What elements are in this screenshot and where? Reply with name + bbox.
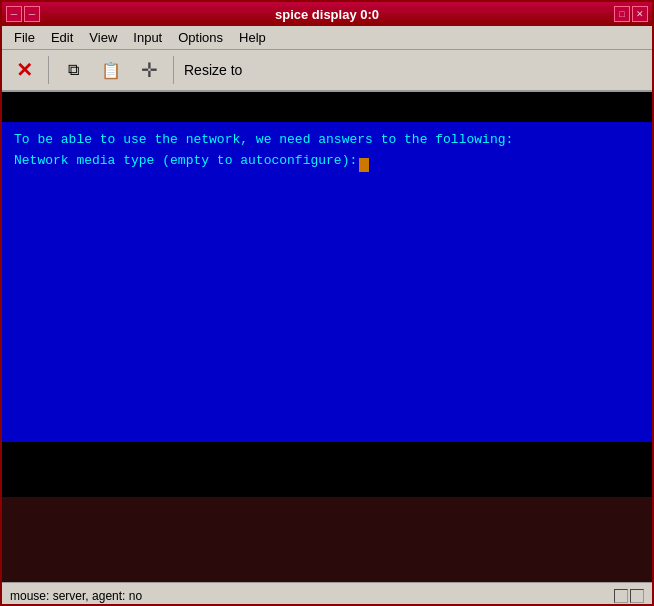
copy-icon: ⧉	[68, 61, 79, 79]
black-top-strip	[2, 92, 652, 122]
close-button[interactable]: ✕	[6, 53, 42, 87]
window-title: spice display 0:0	[275, 7, 379, 22]
title-bar-right-controls: □ ✕	[614, 6, 648, 22]
close-icon: ✕	[16, 58, 33, 82]
title-restore-btn[interactable]: □	[614, 6, 630, 22]
title-close-btn[interactable]: ✕	[632, 6, 648, 22]
copy-button[interactable]: ⧉	[55, 53, 91, 87]
terminal-cursor	[359, 158, 369, 172]
status-grip-1	[614, 589, 628, 603]
terminal-area[interactable]: To be able to use the network, we need a…	[2, 122, 652, 442]
menu-file[interactable]: File	[6, 28, 43, 47]
menu-bar: File Edit View Input Options Help	[2, 26, 652, 50]
menu-input[interactable]: Input	[125, 28, 170, 47]
terminal-line-2: Network media type (empty to autoconfigu…	[14, 151, 640, 172]
status-right	[614, 589, 644, 603]
title-menu-btn[interactable]: ─	[6, 6, 22, 22]
menu-view[interactable]: View	[81, 28, 125, 47]
toolbar-separator-1	[48, 56, 49, 84]
menu-options[interactable]: Options	[170, 28, 231, 47]
toolbar: ✕ ⧉ 📋 ✛ Resize to	[2, 50, 652, 92]
title-min-btn[interactable]: ─	[24, 6, 40, 22]
resize-label: Resize to	[184, 62, 242, 78]
black-bottom-strip	[2, 442, 652, 497]
move-button[interactable]: ✛	[131, 53, 167, 87]
title-bar: ─ ─ spice display 0:0 □ ✕	[2, 2, 652, 26]
menu-help[interactable]: Help	[231, 28, 274, 47]
status-grip-2	[630, 589, 644, 603]
status-text: mouse: server, agent: no	[10, 589, 614, 603]
main-content: To be able to use the network, we need a…	[2, 92, 652, 582]
menu-edit[interactable]: Edit	[43, 28, 81, 47]
paste-button[interactable]: 📋	[93, 53, 129, 87]
title-bar-left-controls: ─ ─	[6, 6, 40, 22]
terminal-line-1: To be able to use the network, we need a…	[14, 130, 640, 151]
move-icon: ✛	[141, 58, 158, 82]
status-bar: mouse: server, agent: no	[2, 582, 652, 606]
paste-icon: 📋	[101, 61, 121, 80]
toolbar-separator-2	[173, 56, 174, 84]
